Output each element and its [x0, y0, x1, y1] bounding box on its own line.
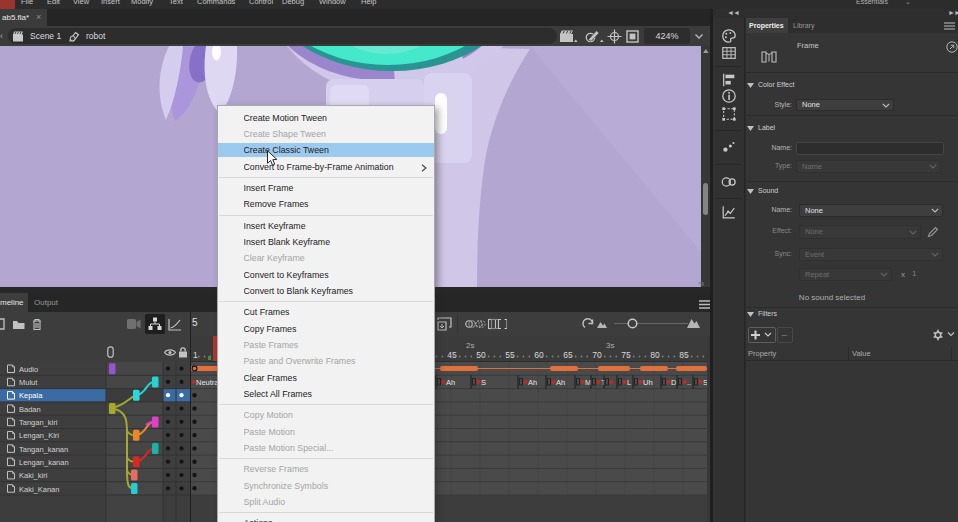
svg-text:Kaki_Kanan: Kaki_Kanan [19, 485, 59, 494]
svg-text:45: 45 [447, 350, 457, 360]
svg-text:Badan: Badan [19, 405, 41, 414]
svg-text:3s: 3s [606, 341, 614, 350]
svg-text:Audio: Audio [19, 365, 38, 374]
svg-text:60: 60 [534, 350, 544, 360]
svg-text:Lengan_Kiri: Lengan_Kiri [19, 431, 59, 440]
svg-text:D: D [671, 378, 677, 387]
svg-text:Uh: Uh [643, 378, 653, 387]
svg-text:70: 70 [592, 350, 602, 360]
svg-text:Ah: Ah [446, 378, 455, 387]
svg-text:Ah: Ah [528, 378, 537, 387]
svg-text:2s: 2s [466, 341, 474, 350]
svg-text:Ah: Ah [556, 378, 565, 387]
svg-text:L: L [627, 378, 631, 387]
svg-text:55: 55 [505, 350, 515, 360]
svg-text:Mulut: Mulut [19, 378, 38, 387]
svg-text:S: S [481, 378, 486, 387]
svg-text:80: 80 [650, 350, 660, 360]
svg-text:Kepala: Kepala [19, 391, 43, 400]
svg-text:50: 50 [476, 350, 486, 360]
svg-text:Tangan_kanan: Tangan_kanan [19, 445, 68, 454]
svg-text:Lengan_kanan: Lengan_kanan [19, 458, 69, 467]
svg-text:..: .. [687, 378, 691, 387]
svg-text:1: 1 [193, 350, 198, 360]
svg-text:65: 65 [563, 350, 573, 360]
svg-text:75: 75 [621, 350, 631, 360]
svg-text:85: 85 [679, 350, 689, 360]
svg-text:M: M [585, 378, 591, 387]
svg-text:Tangan_kiri: Tangan_kiri [19, 418, 58, 427]
svg-text:Kaki_kiri: Kaki_kiri [19, 471, 48, 480]
